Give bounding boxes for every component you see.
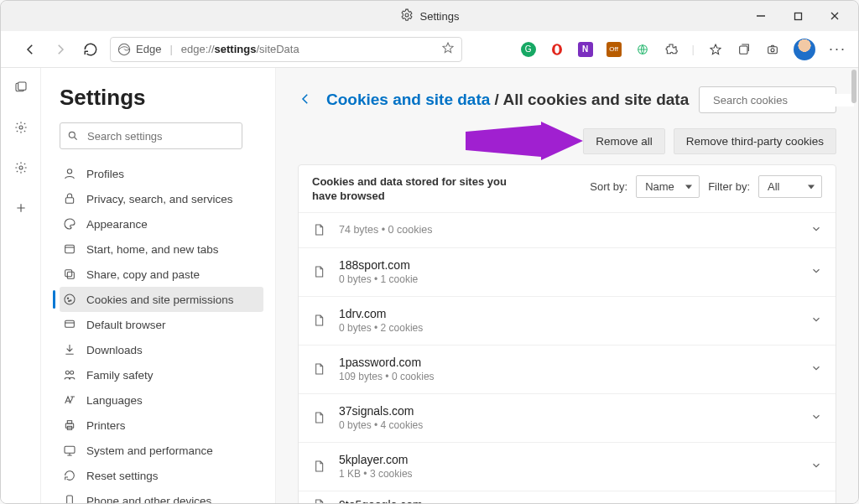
card-title: Cookies and data stored for sites you ha… — [312, 175, 513, 204]
window-controls — [742, 1, 853, 31]
extension-globe[interactable] — [635, 42, 650, 57]
sidebar-item-start[interactable]: Start, home, and new tabs — [60, 236, 263, 262]
breadcrumb-link[interactable]: Cookies and site data — [326, 91, 490, 108]
search-cookies-input[interactable] — [699, 86, 836, 113]
svg-point-8 — [554, 45, 559, 53]
cookie-row[interactable]: 74 bytes • 0 cookies — [299, 212, 836, 247]
cookie-row[interactable]: 1password.com109 bytes • 0 cookies — [299, 345, 836, 393]
svg-rect-21 — [65, 245, 75, 252]
cookie-row[interactable]: 5kplayer.com1 KB • 3 cookies — [299, 442, 836, 491]
sidebar-item-share[interactable]: Share, copy and paste — [60, 262, 263, 287]
file-icon — [312, 410, 325, 425]
chevron-down-icon — [810, 460, 822, 474]
remove-all-button[interactable]: Remove all — [583, 128, 665, 154]
filter-by-select[interactable]: All — [758, 175, 822, 198]
remove-third-party-button[interactable]: Remove third-party cookies — [674, 128, 836, 154]
sort-by-label: Sort by: — [590, 180, 627, 193]
window-titlebar: Settings — [1, 1, 858, 31]
collections-icon[interactable] — [737, 42, 752, 57]
svg-point-29 — [65, 371, 69, 374]
svg-rect-34 — [65, 446, 75, 453]
svg-rect-23 — [65, 270, 72, 277]
favorite-star-icon[interactable] — [441, 41, 455, 57]
settings-heading: Settings — [60, 85, 263, 111]
address-url: edge://settings/siteData — [181, 43, 299, 55]
vertical-tab-strip — [1, 68, 41, 504]
extension-grammarly[interactable]: G — [521, 42, 536, 57]
new-tab-icon[interactable] — [8, 195, 34, 221]
site-identity[interactable]: Edge — [117, 43, 161, 56]
breadcrumb: Cookies and site data / All cookies and … — [326, 91, 689, 109]
sidebar-item-appearance[interactable]: Appearance — [60, 211, 263, 236]
chevron-down-icon — [810, 314, 822, 328]
sidebar-item-default-browser[interactable]: Default browser — [60, 312, 263, 337]
chevron-down-icon — [810, 362, 822, 377]
svg-point-16 — [19, 126, 23, 129]
chevron-down-icon — [810, 223, 822, 237]
svg-rect-32 — [67, 421, 71, 423]
sort-by-select[interactable]: Name — [636, 175, 700, 198]
svg-point-30 — [70, 371, 74, 374]
svg-point-24 — [65, 294, 75, 304]
sidebar-item-system[interactable]: System and performance — [60, 438, 263, 463]
file-icon — [312, 264, 325, 279]
sidebar-item-profiles[interactable]: Profiles — [60, 161, 263, 186]
svg-point-27 — [69, 300, 70, 301]
svg-marker-40 — [466, 122, 583, 160]
sidebar-item-privacy[interactable]: Privacy, search, and services — [60, 186, 263, 211]
gear-icon[interactable] — [8, 155, 34, 180]
gear-icon[interactable] — [8, 115, 34, 140]
extensions-menu-icon[interactable] — [664, 42, 679, 57]
screenshot-icon[interactable] — [765, 42, 780, 57]
sidebar-item-downloads[interactable]: Downloads — [60, 337, 263, 362]
nav-back[interactable] — [21, 40, 39, 59]
annotation-arrow — [466, 122, 583, 160]
cookie-row[interactable]: 1drv.com0 bytes • 2 cookies — [299, 296, 836, 345]
nav-refresh[interactable] — [81, 40, 100, 59]
file-icon — [312, 459, 325, 474]
svg-marker-10 — [711, 44, 721, 55]
svg-point-17 — [19, 166, 23, 169]
more-menu-icon[interactable]: ··· — [829, 40, 846, 58]
chevron-down-icon — [810, 411, 822, 425]
file-icon — [312, 313, 325, 328]
svg-point-18 — [69, 132, 75, 138]
sidebar-item-languages[interactable]: Languages — [60, 387, 263, 413]
address-bar[interactable]: Edge | edge://settings/siteData — [110, 37, 462, 62]
svg-point-19 — [67, 169, 71, 174]
svg-point-0 — [405, 13, 409, 17]
extension-opera[interactable] — [549, 42, 565, 57]
svg-rect-20 — [65, 198, 73, 204]
favorites-icon[interactable] — [708, 42, 723, 57]
sidebar-item-reset[interactable]: Reset settings — [60, 463, 263, 488]
profile-avatar[interactable] — [794, 39, 815, 60]
sidebar-item-phone[interactable]: Phone and other devices — [60, 488, 263, 504]
tab-actions-icon[interactable] — [8, 75, 34, 100]
window-close[interactable] — [816, 1, 853, 31]
window-title: Settings — [420, 10, 460, 23]
cookie-row-sub: 74 bytes • 0 cookies — [339, 224, 432, 236]
page-scrollbar[interactable] — [851, 70, 856, 103]
cookie-row[interactable]: 188sport.com0 bytes • 1 cookie — [299, 247, 836, 296]
sidebar-item-printers[interactable]: Printers — [60, 413, 263, 438]
svg-point-13 — [771, 48, 774, 51]
extension-onenote[interactable]: N — [578, 42, 593, 57]
svg-point-25 — [67, 298, 68, 299]
window-title-group: Settings — [400, 8, 460, 24]
window-minimize[interactable] — [742, 1, 779, 31]
cookie-row[interactable]: 37signals.com0 bytes • 4 cookies — [299, 393, 836, 442]
search-settings-input[interactable] — [60, 122, 242, 149]
file-icon — [312, 361, 325, 377]
browser-toolbar: Edge | edge://settings/siteData G N Off … — [1, 31, 858, 68]
cookie-row[interactable]: 9to5google.com — [299, 491, 836, 504]
nav-forward[interactable] — [51, 40, 70, 59]
sidebar-item-family[interactable]: Family safety — [60, 362, 263, 387]
file-icon — [312, 222, 325, 237]
sidebar-item-cookies[interactable]: Cookies and site permissions — [60, 287, 263, 312]
svg-rect-12 — [768, 46, 778, 53]
settings-nav-list: Profiles Privacy, search, and services A… — [60, 161, 263, 504]
svg-rect-31 — [65, 423, 73, 428]
back-arrow-icon[interactable] — [298, 91, 313, 109]
extension-office[interactable]: Off — [607, 42, 622, 57]
window-maximize[interactable] — [779, 1, 816, 31]
